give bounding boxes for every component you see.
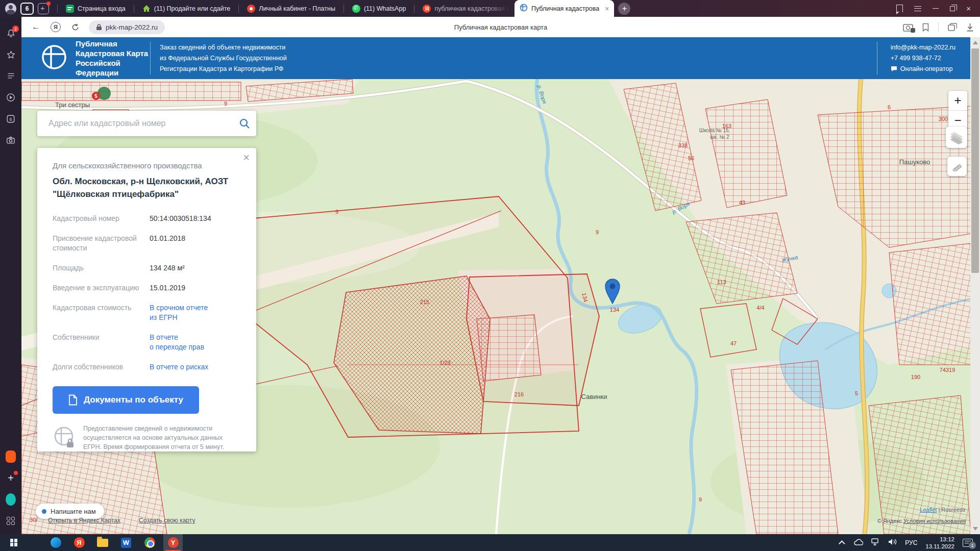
bookmark-flag-icon[interactable]	[922, 23, 929, 32]
action-center-icon[interactable]: 1	[963, 539, 973, 547]
info-row: Долги собственников В отчете о рисках	[53, 362, 241, 372]
info-row: Присвоение кадастровой стоимости 01.01.2…	[53, 234, 241, 253]
tab-separator	[344, 5, 344, 13]
rosreestr-link[interactable]: Rosreestr	[941, 507, 966, 513]
tray-expand-chevron-icon[interactable]	[839, 540, 845, 547]
online-operator-link[interactable]: Онлайн-оператор	[891, 64, 955, 74]
collections-icon[interactable]	[948, 23, 957, 31]
row-label: Кадастровая стоимость	[53, 303, 150, 313]
messenger-icon[interactable]	[6, 494, 16, 505]
favorites-star-icon[interactable]	[6, 49, 16, 60]
row-label: Кадастровый номер	[53, 214, 150, 223]
windows-taskbar: Я W Y РУС 13:12 13.11.2022 1	[0, 534, 980, 551]
tab-close-icon[interactable]: ×	[605, 5, 609, 13]
close-window-button[interactable]: ×	[966, 5, 971, 12]
back-button[interactable]: ←	[32, 22, 40, 32]
zoom-in-button[interactable]: +	[948, 91, 967, 110]
yandex-music-icon[interactable]	[6, 452, 16, 462]
site-icon	[247, 5, 255, 13]
menu-icon[interactable]	[914, 6, 921, 11]
address-bar: ← Я pkk-map-2022.ru Публичная кадастрова…	[21, 17, 980, 37]
video-play-icon[interactable]	[6, 92, 16, 103]
onedrive-cloud-icon[interactable]	[853, 538, 863, 547]
new-window-icon[interactable]	[38, 3, 49, 14]
row-value: 15.01.2019	[150, 283, 185, 293]
tab-separator	[414, 5, 414, 13]
reload-button[interactable]	[71, 23, 80, 32]
tab-cian[interactable]: (11) Продайте или сдайте	[137, 0, 235, 17]
documents-button[interactable]: Документы по объекту	[53, 386, 199, 414]
tab-separator	[134, 5, 134, 13]
yandex-home-button[interactable]: Я	[51, 22, 61, 32]
tab-separator	[238, 5, 239, 13]
info-row: Собственники В отчете о переходе прав	[53, 333, 241, 352]
taskbar-edge-icon[interactable]	[46, 534, 65, 551]
yandex-attribution: © Яндекс Условия использования	[877, 518, 966, 524]
phone-link[interactable]: +7 499 938-47-72	[891, 53, 955, 64]
taskbar-file-explorer-icon[interactable]	[93, 534, 112, 551]
tab-group-button[interactable]: 6	[20, 3, 34, 15]
search-button[interactable]	[233, 111, 256, 136]
taskbar-yandex-app-icon[interactable]: Я	[69, 534, 89, 551]
info-row: Кадастровая стоимость В срочном отчете и…	[53, 303, 241, 322]
start-button[interactable]	[6, 534, 21, 551]
open-in-yandex-maps-link[interactable]: Открыть в Яндекс.Картах	[48, 517, 120, 524]
panel-close-icon[interactable]: ×	[243, 152, 250, 163]
parcel-title: Обл. Московская, р-н Щелковский, АОЗТ "Щ…	[53, 175, 241, 201]
taskbar-yandex-browser-icon[interactable]: Y	[163, 534, 183, 551]
parcel-info-panel: × Для сельскохозяйственного производства…	[37, 148, 256, 452]
new-tab-button[interactable]: +	[618, 3, 630, 15]
search-input[interactable]	[37, 119, 233, 128]
svg-text:6: 6	[9, 117, 12, 122]
layers-button[interactable]	[946, 127, 967, 148]
browser-left-sidebar: 2 6 +	[0, 17, 21, 534]
taskbar-chrome-icon[interactable]	[140, 534, 159, 551]
downloads-icon[interactable]	[966, 23, 974, 32]
notifications-bell-icon[interactable]: 2	[6, 28, 16, 38]
leaflet-link[interactable]: Leaflet	[920, 507, 937, 513]
email-link[interactable]: info@pkk-map-2022.ru	[891, 42, 955, 53]
report-link[interactable]: В отчете о переходе прав	[150, 333, 204, 352]
minimize-button[interactable]	[933, 8, 939, 9]
panel-disclaimer: Предоставление сведений о недвижимости о…	[53, 424, 241, 452]
tab-group-count: 6	[26, 5, 29, 12]
profile-avatar-icon[interactable]	[5, 3, 16, 14]
measure-button[interactable]	[947, 157, 967, 176]
all-services-grid-icon[interactable]	[6, 516, 16, 526]
create-own-map-link[interactable]: Создать свою карту	[139, 517, 195, 524]
screenshot-camera-icon[interactable]	[6, 135, 16, 145]
scroll-down-arrow[interactable]	[973, 527, 978, 531]
url-field[interactable]: pkk-map-2022.ru	[89, 20, 165, 34]
share-screenshot-icon[interactable]	[903, 23, 913, 32]
reader-icon[interactable]	[6, 71, 16, 81]
row-label: Долги собственников	[53, 362, 150, 372]
volume-icon[interactable]	[888, 538, 897, 547]
tab-label: Публичная кадастрова	[531, 5, 599, 12]
taskbar-word-icon[interactable]: W	[116, 534, 136, 551]
info-row: Кадастровый номер 50:14:0030518:134	[53, 214, 241, 223]
scrollbar-thumb[interactable]	[971, 48, 979, 273]
terms-of-use-link[interactable]: Условия использования	[903, 518, 966, 524]
notification-dot	[46, 2, 51, 6]
page-scrollbar[interactable]	[970, 37, 980, 534]
taskbar-clock[interactable]: 13:12 13.11.2022	[925, 536, 954, 550]
tab-search-results[interactable]: публичная кадастровая к	[418, 0, 514, 17]
ruler-icon	[952, 161, 962, 171]
tab-personal-account[interactable]: Личный кабинет - Платны	[242, 0, 340, 17]
side-panel-icon[interactable]	[896, 5, 903, 12]
tab-login-page[interactable]: Страница входа	[61, 0, 131, 17]
pkk-logo	[41, 44, 67, 72]
tab-separator	[57, 5, 58, 13]
add-panel-icon[interactable]: +	[6, 473, 16, 483]
search-icon	[239, 118, 250, 129]
scroll-up-arrow[interactable]	[973, 41, 978, 44]
tab-active-cadastral-map[interactable]: Публичная кадастрова ×	[514, 0, 614, 17]
report-link[interactable]: В отчете о рисках	[150, 362, 208, 372]
network-icon[interactable]	[871, 538, 880, 547]
tabs-counter-icon[interactable]: 6	[6, 114, 16, 124]
restore-button[interactable]	[950, 6, 955, 11]
whatsapp-icon	[352, 5, 360, 13]
tab-whatsapp[interactable]: (11) WhatsApp	[347, 0, 411, 17]
report-link[interactable]: В срочном отчете из ЕГРН	[150, 303, 208, 322]
language-indicator[interactable]: РУС	[905, 539, 917, 546]
